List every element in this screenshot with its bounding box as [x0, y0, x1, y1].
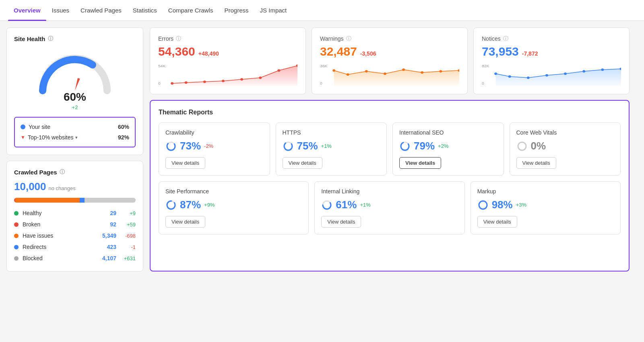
progress-redirects: [80, 198, 85, 203]
crawlability-name: Crawlability: [165, 129, 263, 136]
svg-point-26: [494, 73, 497, 75]
report-site-performance: Site Performance 87% +9% View details: [159, 181, 309, 234]
top10-dropdown-icon[interactable]: ▾: [75, 135, 78, 140]
svg-point-32: [601, 68, 604, 71]
errors-label: Errors ⓘ: [158, 35, 297, 42]
your-site-value: 60%: [118, 124, 129, 130]
svg-point-21: [439, 70, 442, 73]
crawlability-pct: 73%: [180, 140, 201, 152]
warnings-card: Warnings ⓘ 32,487 -3,506 36K 0: [312, 27, 468, 94]
markup-name: Markup: [477, 188, 614, 195]
redirects-value: 423: [98, 244, 116, 250]
svg-marker-3: [172, 66, 297, 86]
blocked-dot: [14, 256, 19, 261]
https-view-btn[interactable]: View details: [283, 157, 322, 169]
crawlability-score: 73% -2%: [165, 140, 263, 152]
nav-statistics[interactable]: Statistics: [127, 0, 163, 21]
svg-text:0: 0: [320, 81, 322, 85]
notices-info-icon[interactable]: ⓘ: [503, 35, 508, 42]
stat-have-issues: Have issues 5,349 -698: [14, 230, 136, 241]
nav-overview[interactable]: Overview: [8, 0, 46, 21]
svg-point-29: [545, 74, 548, 77]
thematic-reports-card: Thematic Reports Crawlability 73% -2% Vi…: [150, 100, 630, 272]
broken-value: 92: [98, 221, 116, 228]
stat-blocked: Blocked 4,107 +631: [14, 253, 136, 264]
progress-issues: [15, 198, 80, 203]
site-health-info-icon[interactable]: ⓘ: [48, 35, 53, 42]
crawled-pages-info-icon[interactable]: ⓘ: [60, 168, 65, 176]
svg-point-4: [171, 82, 173, 85]
blocked-change: +631: [120, 255, 136, 261]
cwv-ring-icon: [516, 141, 528, 152]
crawled-count-row: 10,000 no changes: [14, 180, 136, 193]
site-health-title: Site Health ⓘ: [14, 35, 136, 42]
gauge-svg: [35, 50, 115, 95]
errors-chart: 54K 0: [158, 62, 297, 87]
site-perf-pct: 87%: [180, 199, 201, 211]
svg-marker-0: [74, 78, 80, 91]
report-crawlability: Crawlability 73% -2% View details: [159, 122, 270, 176]
svg-text:82K: 82K: [482, 64, 489, 68]
svg-point-7: [222, 80, 225, 82]
crawled-progress-bar: [14, 198, 136, 203]
intl-seo-delta: +2%: [438, 143, 448, 149]
gauge-container: 60% +2: [14, 47, 136, 112]
cwv-view-btn[interactable]: View details: [516, 157, 556, 169]
crawled-pages-title: Crawled Pages ⓘ: [14, 168, 136, 176]
report-internal-linking: Internal Linking 61% +1% View details: [314, 181, 464, 234]
svg-point-9: [259, 77, 262, 79]
intl-seo-view-btn[interactable]: View details: [399, 157, 441, 169]
nav-issues[interactable]: Issues: [46, 0, 75, 21]
cwv-name: Core Web Vitals: [516, 129, 614, 136]
redirects-dot: [14, 245, 19, 249]
errors-info-icon[interactable]: ⓘ: [176, 35, 181, 42]
svg-point-46: [479, 201, 487, 209]
markup-view-btn[interactable]: View details: [477, 216, 517, 228]
site-perf-score: 87% +9%: [165, 199, 302, 211]
https-name: HTTPS: [283, 129, 380, 136]
cwv-score: 0%: [516, 140, 614, 152]
crawlability-view-btn[interactable]: View details: [165, 157, 205, 169]
svg-point-20: [421, 71, 423, 74]
progress-blocked: [85, 198, 136, 203]
errors-value-row: 54,360 +48,490: [158, 45, 297, 58]
crawlability-delta: -2%: [204, 143, 213, 149]
notices-chart: 82K 0: [482, 62, 621, 87]
warnings-info-icon[interactable]: ⓘ: [346, 35, 351, 42]
site-perf-view-btn[interactable]: View details: [165, 216, 205, 228]
https-pct: 75%: [297, 140, 318, 152]
healthy-dot: [14, 211, 19, 216]
site-health-card: Site Health ⓘ 60% +2: [6, 27, 143, 155]
broken-dot: [14, 222, 19, 227]
thematic-bottom-grid: Site Performance 87% +9% View details In…: [159, 181, 621, 234]
main-nav: Overview Issues Crawled Pages Statistics…: [0, 0, 644, 21]
internal-linking-view-btn[interactable]: View details: [321, 216, 361, 228]
nav-js-impact[interactable]: JS Impact: [254, 0, 293, 21]
cwv-pct: 0%: [531, 140, 546, 152]
report-core-web-vitals: Core Web Vitals 0% View details: [510, 122, 621, 176]
svg-point-28: [527, 77, 530, 79]
svg-point-8: [240, 78, 243, 81]
warnings-label: Warnings ⓘ: [320, 35, 459, 42]
svg-point-31: [582, 70, 585, 73]
svg-point-5: [185, 81, 188, 84]
https-score: 75% +1%: [283, 140, 380, 152]
main-content: Site Health ⓘ 60% +2: [0, 21, 636, 278]
crawled-count: 10,000: [14, 180, 46, 193]
notices-card: Notices ⓘ 73,953 -7,872 82K 0: [473, 27, 630, 94]
nav-progress[interactable]: Progress: [219, 0, 254, 21]
warnings-value: 32,487: [320, 45, 357, 58]
redirects-label: Redirects: [23, 244, 98, 250]
notices-change: -7,872: [522, 50, 538, 57]
svg-text:54K: 54K: [158, 64, 166, 68]
stats-list: Healthy 29 +9 Broken 92 +59 Have issues …: [14, 207, 136, 264]
healthy-change: +9: [120, 210, 136, 216]
nav-crawled-pages[interactable]: Crawled Pages: [75, 0, 127, 21]
legend-your-site: Your site 60%: [21, 122, 129, 132]
errors-card: Errors ⓘ 54,360 +48,490 54K 0: [150, 27, 306, 94]
markup-delta: +3%: [516, 202, 526, 208]
markup-pct: 98%: [492, 199, 513, 211]
nav-compare-crawls[interactable]: Compare Crawls: [163, 0, 219, 21]
report-markup: Markup 98% +3% View details: [471, 181, 621, 234]
svg-point-10: [277, 69, 280, 72]
